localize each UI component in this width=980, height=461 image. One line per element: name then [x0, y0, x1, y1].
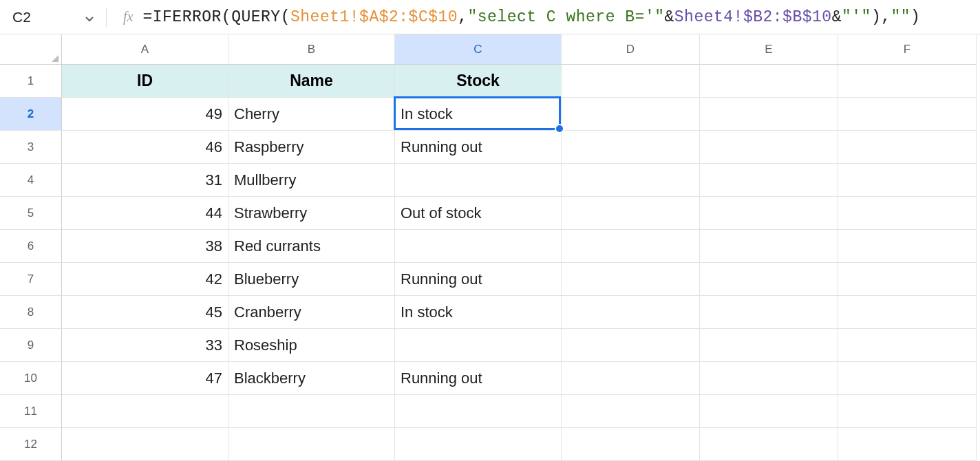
cell-C10[interactable]: Running out: [395, 362, 562, 395]
cell-F8[interactable]: [838, 296, 977, 329]
table-row: 933Roseship: [0, 329, 980, 362]
column-header-C[interactable]: C: [395, 34, 562, 65]
cell-A9[interactable]: 33: [62, 329, 228, 362]
select-all-corner[interactable]: [0, 34, 62, 65]
cell-D1[interactable]: [562, 65, 700, 98]
cell-C5[interactable]: Out of stock: [395, 197, 562, 230]
cell-C1[interactable]: Stock: [395, 65, 562, 98]
cell-D8[interactable]: [562, 296, 700, 329]
row-header-7[interactable]: 7: [0, 263, 62, 296]
cell-F9[interactable]: [838, 329, 977, 362]
cell-F12[interactable]: [838, 428, 977, 461]
cell-B7[interactable]: Blueberry: [228, 263, 395, 296]
cell-B11[interactable]: [228, 395, 395, 428]
cell-D4[interactable]: [562, 164, 700, 197]
cell-E2[interactable]: [700, 98, 838, 131]
cell-A10[interactable]: 47: [62, 362, 228, 395]
row-header-10[interactable]: 10: [0, 362, 62, 395]
cell-C7[interactable]: Running out: [395, 263, 562, 296]
cell-D12[interactable]: [562, 428, 700, 461]
spreadsheet-grid[interactable]: ABCDEF 1IDNameStock249CherryIn stock346R…: [0, 34, 980, 461]
column-header-A[interactable]: A: [62, 34, 228, 65]
cell-D5[interactable]: [562, 197, 700, 230]
row-header-11[interactable]: 11: [0, 395, 62, 428]
column-header-D[interactable]: D: [562, 34, 700, 65]
row-header-4[interactable]: 4: [0, 164, 62, 197]
cell-A7[interactable]: 42: [62, 263, 228, 296]
row-header-5[interactable]: 5: [0, 197, 62, 230]
cell-F3[interactable]: [838, 131, 977, 164]
cell-B10[interactable]: Blackberry: [228, 362, 395, 395]
cell-E6[interactable]: [700, 230, 838, 263]
cell-C12[interactable]: [395, 428, 562, 461]
cell-C11[interactable]: [395, 395, 562, 428]
cell-F10[interactable]: [838, 362, 977, 395]
row-header-1[interactable]: 1: [0, 65, 62, 98]
cell-E8[interactable]: [700, 296, 838, 329]
cell-F11[interactable]: [838, 395, 977, 428]
cell-A3[interactable]: 46: [62, 131, 228, 164]
column-header-E[interactable]: E: [700, 34, 838, 65]
cell-B12[interactable]: [228, 428, 395, 461]
column-header-B[interactable]: B: [228, 34, 395, 65]
cell-B5[interactable]: Strawberry: [228, 197, 395, 230]
cell-A1[interactable]: ID: [62, 65, 228, 98]
cell-B6[interactable]: Red currants: [228, 230, 395, 263]
name-box-dropdown-icon[interactable]: [85, 9, 94, 25]
cell-A5[interactable]: 44: [62, 197, 228, 230]
cell-A12[interactable]: [62, 428, 228, 461]
cell-B8[interactable]: Cranberry: [228, 296, 395, 329]
cell-D9[interactable]: [562, 329, 700, 362]
cell-D3[interactable]: [562, 131, 700, 164]
row-header-8[interactable]: 8: [0, 296, 62, 329]
cell-B1[interactable]: Name: [228, 65, 395, 98]
row-header-12[interactable]: 12: [0, 428, 62, 461]
cell-E1[interactable]: [700, 65, 838, 98]
cell-A4[interactable]: 31: [62, 164, 228, 197]
cell-C9[interactable]: [395, 329, 562, 362]
formula-input[interactable]: =IFERROR(QUERY(Sheet1!$A$2:$C$10,"select…: [142, 8, 920, 26]
cell-B4[interactable]: Mullberry: [228, 164, 395, 197]
cell-A11[interactable]: [62, 395, 228, 428]
cell-C3[interactable]: Running out: [395, 131, 562, 164]
formula-token: Sheet1!$A$2:$C$10: [290, 8, 458, 26]
cell-A8[interactable]: 45: [62, 296, 228, 329]
cell-E11[interactable]: [700, 395, 838, 428]
column-header-F[interactable]: F: [838, 34, 977, 65]
row-header-2[interactable]: 2: [0, 98, 62, 131]
cell-D2[interactable]: [562, 98, 700, 131]
cell-E12[interactable]: [700, 428, 838, 461]
cell-D7[interactable]: [562, 263, 700, 296]
cell-E9[interactable]: [700, 329, 838, 362]
cell-A6[interactable]: 38: [62, 230, 228, 263]
row-header-3[interactable]: 3: [0, 131, 62, 164]
cell-C6[interactable]: [395, 230, 562, 263]
row-header-9[interactable]: 9: [0, 329, 62, 362]
cell-E7[interactable]: [700, 263, 838, 296]
name-box[interactable]: C2: [6, 9, 102, 25]
cell-F4[interactable]: [838, 164, 977, 197]
cell-C4[interactable]: [395, 164, 562, 197]
cell-A2[interactable]: 49: [62, 98, 228, 131]
cell-E4[interactable]: [700, 164, 838, 197]
fx-icon: fx: [111, 9, 142, 25]
cell-F6[interactable]: [838, 230, 977, 263]
cell-F2[interactable]: [838, 98, 977, 131]
cell-F1[interactable]: [838, 65, 977, 98]
cell-B2[interactable]: Cherry: [228, 98, 395, 131]
cell-D10[interactable]: [562, 362, 700, 395]
cell-C2[interactable]: In stock: [395, 98, 562, 131]
cell-E3[interactable]: [700, 131, 838, 164]
cell-D6[interactable]: [562, 230, 700, 263]
cell-E5[interactable]: [700, 197, 838, 230]
table-row: 431Mullberry: [0, 164, 980, 197]
cell-E10[interactable]: [700, 362, 838, 395]
cell-F5[interactable]: [838, 197, 977, 230]
row-header-6[interactable]: 6: [0, 230, 62, 263]
cell-F7[interactable]: [838, 263, 977, 296]
table-row: 1IDNameStock: [0, 65, 980, 98]
cell-C8[interactable]: In stock: [395, 296, 562, 329]
cell-B9[interactable]: Roseship: [228, 329, 395, 362]
cell-D11[interactable]: [562, 395, 700, 428]
cell-B3[interactable]: Raspberry: [228, 131, 395, 164]
